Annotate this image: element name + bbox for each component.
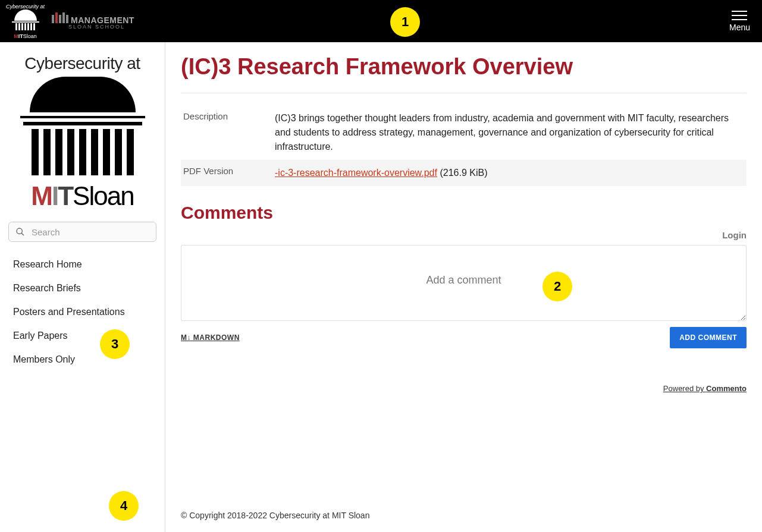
mit-management-logo[interactable]: MANAGEMENT SLOAN SCHOOL bbox=[52, 12, 134, 30]
copyright-footer: © Copyright 2018-2022 Cybersecurity at M… bbox=[181, 439, 747, 520]
meta-row-description: Description (IC)3 brings together though… bbox=[181, 105, 747, 160]
sidebar-logo-caption: Cybersecurity at bbox=[8, 54, 156, 73]
mit-bars-icon bbox=[52, 12, 68, 23]
pdf-file-size: (216.9 KiB) bbox=[437, 168, 487, 178]
main-content: (IC)3 Research Framework Overview Descri… bbox=[165, 42, 762, 532]
markdown-icon: M↓ bbox=[181, 333, 191, 342]
small-mit-sloan-text: MITSloan bbox=[14, 33, 37, 39]
header-logos: Cybersecurity at MITSloan MANAGEMENT SLO… bbox=[6, 4, 134, 39]
meta-label-description: Description bbox=[181, 105, 275, 160]
sidebar: Cybersecurity at MITSloan Research Home … bbox=[0, 42, 165, 532]
login-link[interactable]: Login bbox=[722, 230, 747, 240]
svg-line-1 bbox=[21, 233, 24, 235]
meta-label-pdf: PDF Version bbox=[181, 160, 275, 186]
menu-toggle[interactable]: Menu bbox=[729, 11, 750, 32]
sidebar-nav: Research Home Research Briefs Posters an… bbox=[8, 253, 156, 372]
search-input[interactable] bbox=[8, 222, 156, 242]
meta-row-pdf: PDF Version -ic-3-research-framework-ove… bbox=[181, 160, 747, 186]
nav-posters-presentations[interactable]: Posters and Presentations bbox=[8, 300, 156, 324]
small-cams-logo[interactable]: Cybersecurity at MITSloan bbox=[6, 4, 45, 39]
menu-label: Menu bbox=[729, 23, 750, 32]
powered-by: Powered by Commento bbox=[181, 384, 747, 393]
add-comment-button[interactable]: ADD COMMENT bbox=[670, 327, 747, 348]
sidebar-logo[interactable]: Cybersecurity at MITSloan bbox=[8, 54, 156, 211]
dome-icon bbox=[9, 10, 42, 33]
big-dome-icon bbox=[8, 77, 156, 175]
big-mit-sloan-text: MITSloan bbox=[8, 181, 156, 211]
top-header: Cybersecurity at MITSloan MANAGEMENT SLO… bbox=[0, 0, 762, 42]
svg-point-0 bbox=[17, 228, 22, 234]
pdf-download-link[interactable]: -ic-3-research-framework-overview.pdf bbox=[275, 168, 437, 178]
nav-research-home[interactable]: Research Home bbox=[8, 253, 156, 276]
search-wrap bbox=[8, 222, 156, 242]
comments-heading: Comments bbox=[181, 203, 747, 223]
sloan-school-text: SLOAN SCHOOL bbox=[68, 24, 134, 30]
comments-toolbar: Login bbox=[181, 230, 747, 240]
comment-actions: M↓ MARKDOWN ADD COMMENT bbox=[181, 327, 747, 348]
commento-link[interactable]: Powered by Commento bbox=[663, 384, 747, 393]
markdown-label: MARKDOWN bbox=[191, 333, 240, 342]
nav-research-briefs[interactable]: Research Briefs bbox=[8, 276, 156, 300]
comment-textarea[interactable] bbox=[181, 245, 747, 321]
metadata-table: Description (IC)3 brings together though… bbox=[181, 105, 747, 186]
search-icon bbox=[15, 227, 25, 237]
title-divider bbox=[181, 93, 747, 93]
hamburger-icon bbox=[732, 11, 747, 20]
meta-value-description: (IC)3 brings together thought leaders fr… bbox=[275, 105, 747, 160]
meta-value-pdf: -ic-3-research-framework-overview.pdf (2… bbox=[275, 160, 747, 186]
nav-early-papers[interactable]: Early Papers bbox=[8, 324, 156, 348]
page-title: (IC)3 Research Framework Overview bbox=[181, 54, 747, 80]
nav-members-only[interactable]: Members Only bbox=[8, 348, 156, 372]
markdown-help-link[interactable]: M↓ MARKDOWN bbox=[181, 333, 240, 342]
small-logo-caption: Cybersecurity at bbox=[6, 4, 45, 10]
